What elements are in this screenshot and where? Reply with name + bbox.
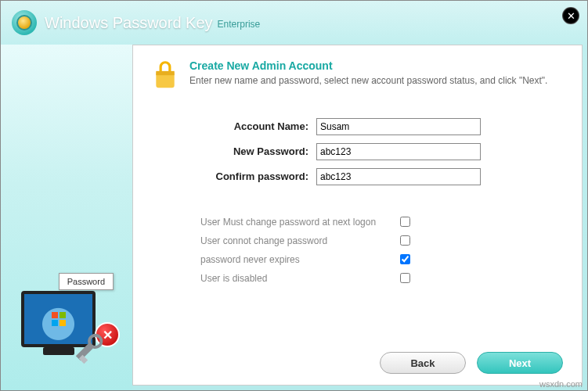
main-panel: Create New Admin Account Enter new name … — [132, 45, 583, 386]
opt-cannot-change-checkbox[interactable] — [400, 235, 410, 246]
new-password-input[interactable] — [316, 143, 481, 160]
password-badge: Password — [59, 273, 114, 290]
opt-never-expires-label: password never expires — [200, 254, 400, 265]
windows-logo-icon — [52, 312, 66, 326]
footer: Back Next — [152, 344, 563, 374]
options: User Must change password at next logon … — [200, 217, 563, 292]
wrench-icon — [73, 331, 109, 367]
app-edition: Enterprise — [218, 19, 261, 30]
illustration: Password ✕ — [7, 256, 124, 373]
opt-cannot-change-label: User connot change password — [200, 235, 400, 246]
app-window: Windows Password Key Enterprise ✕ Passwo… — [0, 0, 588, 391]
opt-must-change-label: User Must change password at next logon — [200, 217, 400, 228]
intro: Create New Admin Account Enter new name … — [152, 59, 563, 96]
watermark: wsxdn.com — [539, 379, 583, 389]
close-button[interactable]: ✕ — [562, 7, 579, 24]
title-bar: Windows Password Key Enterprise ✕ — [1, 1, 587, 45]
app-title: Windows Password Key — [45, 14, 213, 32]
opt-disabled-label: User is disabled — [200, 273, 400, 284]
app-logo-icon — [12, 10, 37, 35]
confirm-password-label: Confirm password: — [199, 170, 316, 182]
next-button[interactable]: Next — [477, 352, 563, 374]
section-description: Enter new name and password, select new … — [189, 75, 547, 86]
back-button[interactable]: Back — [380, 352, 466, 374]
body: Password ✕ Create New Admin Account Ente — [1, 45, 587, 390]
form: Account Name: New Password: Confirm pass… — [199, 118, 563, 193]
account-name-label: Account Name: — [199, 120, 316, 132]
padlock-icon — [152, 59, 179, 96]
section-heading: Create New Admin Account — [189, 59, 547, 72]
new-password-label: New Password: — [199, 145, 316, 157]
close-icon: ✕ — [567, 10, 575, 22]
account-name-input[interactable] — [316, 118, 481, 135]
confirm-password-input[interactable] — [316, 168, 481, 185]
svg-rect-1 — [156, 71, 174, 75]
sidebar: Password ✕ — [1, 45, 132, 390]
opt-disabled-checkbox[interactable] — [400, 273, 410, 283]
opt-must-change-checkbox[interactable] — [400, 217, 410, 227]
opt-never-expires-checkbox[interactable] — [400, 254, 410, 264]
